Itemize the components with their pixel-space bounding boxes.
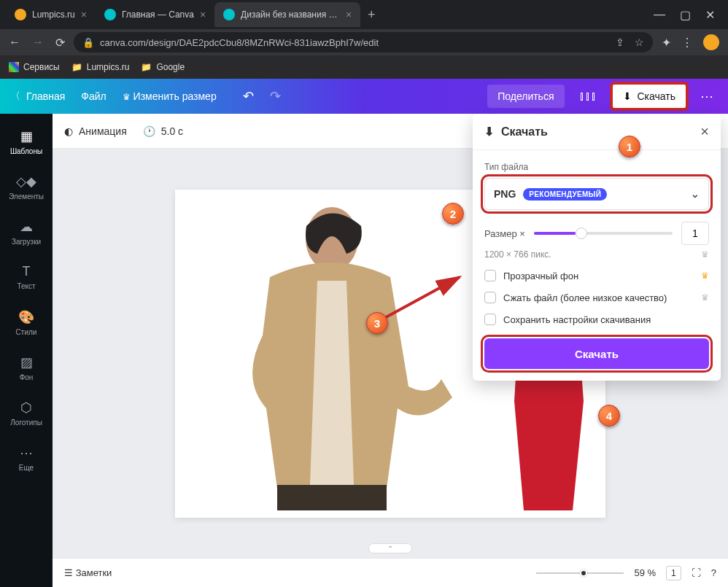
back-button[interactable]: ← [9,36,20,50]
download-button-top[interactable]: ⬇ Скачать [611,83,688,109]
text-icon: T [23,264,31,279]
new-tab-button[interactable]: + [360,7,383,23]
file-type-label: Тип файла [484,162,709,172]
canvas-footer: ☰ Заметки 59 % 1 ⛶ ? [53,558,728,587]
download-panel-header: ⬇ Скачать × [473,114,721,150]
zoom-value: 59 % [634,567,656,578]
insights-icon[interactable]: ⫿⫿⫿ [573,85,603,107]
svg-line-4 [379,277,460,321]
annotation-marker-3: 3 [366,312,388,334]
home-button[interactable]: 〈 Главная [10,90,65,103]
crown-icon: ♛ [123,92,131,102]
more-button[interactable]: ⋯ [696,84,718,109]
reload-button[interactable]: ⟳ [55,36,65,50]
annotation-marker-1: 1 [619,136,640,158]
file-button[interactable]: Файл [81,90,106,102]
animation-label: Анимация [79,125,127,137]
forward-button[interactable]: → [32,36,44,50]
download-label: Скачать [638,90,676,102]
sidebar-background[interactable]: ▨Фон [0,346,53,389]
crown-icon: ♛ [701,271,709,281]
notes-label: Заметки [76,567,112,578]
tab-title: Главная — Canva [122,9,194,20]
favicon-icon [223,9,235,20]
recommended-badge: РЕКОМЕНДУЕМЫЙ [523,188,607,201]
sidebar-templates[interactable]: ▦Шаблоны [0,120,53,163]
sidebar-label: Текст [17,282,35,290]
page-handle[interactable]: ⌃ [368,543,412,553]
close-icon[interactable]: × [700,123,709,140]
redo-button[interactable]: ↷ [270,88,281,104]
shapes-icon: ◇◆ [16,174,36,190]
image-man [197,197,460,510]
bookmark-services[interactable]: Сервисы [9,62,60,72]
sidebar-uploads[interactable]: ☁Загрузки [0,210,53,254]
more-icon: ⋯ [20,445,33,461]
download-button[interactable]: Скачать [484,338,709,369]
browser-tab-2[interactable]: Дизайн без названия — 1200 × [214,2,360,27]
folder-icon: 📁 [71,62,82,72]
url-text: canva.com/design/DAE2pdcCbu8/8MZnRWci-83… [100,37,379,48]
logo-icon: ⬡ [20,400,32,416]
bookmarks-bar: Сервисы 📁 Lumpics.ru 📁 Google [0,55,728,79]
size-label: Размер × [484,228,525,239]
bookmark-label: Lumpics.ru [87,62,130,72]
save-settings-checkbox[interactable] [484,314,496,325]
lock-icon: 🔒 [82,37,94,48]
sidebar-text[interactable]: TТекст [0,255,53,299]
notes-button[interactable]: ☰ Заметки [64,567,112,578]
save-settings-label: Сохранить настройки скачивания [503,314,651,325]
download-icon: ⬇ [623,90,632,102]
resize-button[interactable]: ♛ Изменить размер [123,90,217,102]
url-field[interactable]: 🔒 canva.com/design/DAE2pdcCbu8/8MZnRWci-… [74,32,653,53]
canva-topbar: 〈 Главная Файл ♛ Изменить размер ↶ ↷ Под… [0,79,728,114]
sidebar-logos[interactable]: ⬡Логотипы [0,391,53,435]
close-icon[interactable]: × [346,9,352,20]
close-icon[interactable]: × [81,9,87,20]
compress-label: Сжать файл (более низкое качество) [503,292,667,303]
close-button[interactable]: ✕ [705,8,715,22]
background-icon: ▨ [20,354,33,370]
bookmark-google[interactable]: 📁 Google [141,62,185,72]
compress-checkbox[interactable] [484,292,496,303]
layout-icon: ▦ [20,128,33,144]
size-slider[interactable] [534,232,673,235]
palette-icon: 🎨 [18,309,34,325]
share-icon[interactable]: ⇪ [616,36,624,48]
tabs-row: Lumpics.ru × Главная — Canva × Дизайн бе… [6,0,646,29]
help-icon[interactable]: ? [711,567,716,578]
transparent-bg-checkbox[interactable] [484,270,496,281]
star-icon[interactable]: ☆ [635,36,644,48]
panel-title: Скачать [501,125,548,139]
duration-label: 5.0 c [161,125,183,137]
profile-avatar[interactable] [703,34,719,50]
undo-button[interactable]: ↶ [243,88,254,104]
minimize-button[interactable]: — [654,8,665,22]
size-input[interactable]: 1 [681,222,709,245]
crown-icon: ♛ [701,249,709,260]
animation-icon: ◐ [64,125,73,137]
fullscreen-icon[interactable]: ⛶ [692,567,701,578]
download-panel: ⬇ Скачать × Тип файла PNG РЕКОМЕНДУЕМЫЙ … [473,114,721,381]
sidebar-label: Элементы [9,193,44,201]
browser-titlebar: Lumpics.ru × Главная — Canva × Дизайн бе… [0,0,728,29]
menu-icon[interactable]: ⋮ [681,36,693,50]
close-icon[interactable]: × [200,9,206,20]
sidebar-more[interactable]: ⋯Еще [0,436,53,480]
browser-tab-0[interactable]: Lumpics.ru × [6,2,96,27]
animation-button[interactable]: ◐ Анимация [64,125,127,137]
page-indicator[interactable]: 1 [666,566,681,580]
sidebar-elements[interactable]: ◇◆Элементы [0,165,53,209]
share-button[interactable]: Поделиться [487,85,564,108]
duration-button[interactable]: 🕐 5.0 c [143,125,183,137]
browser-tab-1[interactable]: Главная — Canva × [96,2,214,27]
extensions-icon[interactable]: ✦ [662,36,671,50]
file-type-select[interactable]: PNG РЕКОМЕНДУЕМЫЙ ⌄ [484,178,709,210]
bookmark-lumpics[interactable]: 📁 Lumpics.ru [71,62,130,72]
zoom-slider[interactable] [536,572,624,574]
sidebar-label: Фон [20,373,34,381]
annotation-marker-4: 4 [598,405,620,427]
maximize-button[interactable]: ▢ [680,8,691,22]
sidebar-styles[interactable]: 🎨Стили [0,300,53,344]
svg-rect-1 [277,485,387,510]
